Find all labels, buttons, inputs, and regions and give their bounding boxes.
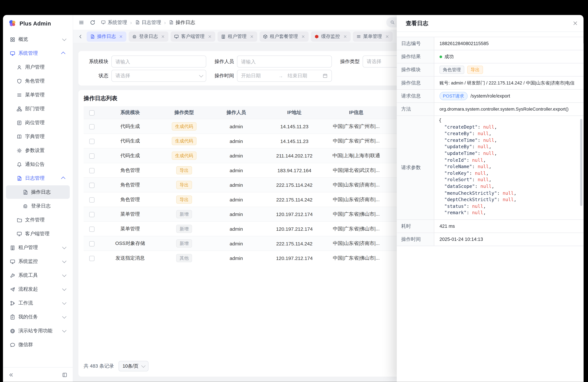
- sidebar-item-demo-features[interactable]: 演示站专用功能: [6, 324, 70, 338]
- sidebar-item-file-management[interactable]: 文件管理: [6, 213, 70, 227]
- field-params: 请求参数 { "createDept": null, "createBy": n…: [397, 116, 583, 220]
- close-icon[interactable]: [343, 34, 347, 38]
- row-checkbox[interactable]: [89, 124, 94, 129]
- select-all-checkbox[interactable]: [89, 110, 94, 115]
- cell-ip: 120.197.212.174: [264, 251, 324, 265]
- operation-type-badge: 导出: [176, 195, 192, 204]
- operator-input[interactable]: [237, 56, 332, 67]
- sidebar-item-param-settings[interactable]: 参数设置: [6, 144, 70, 157]
- sidebar-item-system-tools[interactable]: 系统工具: [6, 269, 70, 282]
- close-icon[interactable]: [301, 34, 305, 38]
- sidebar-item-label: 系统监控: [18, 258, 59, 265]
- row-checkbox[interactable]: [89, 168, 94, 173]
- sidebar-item-client-management[interactable]: 客户端管理: [6, 227, 70, 240]
- breadcrumb-item[interactable]: 日志管理: [135, 19, 161, 26]
- page-size-select[interactable]: 10条/页: [118, 361, 149, 371]
- cell-ip: 183.94.172.164: [264, 163, 324, 178]
- date-range-picker[interactable]: 开始日期 → 结束日期: [237, 70, 332, 82]
- sidebar-item-user-management[interactable]: 用户管理: [6, 61, 70, 74]
- chat-icon: [10, 342, 15, 347]
- sidebar-item-menu-management[interactable]: 菜单管理: [6, 88, 70, 102]
- filter-time: 操作时间 开始日期 → 结束日期: [214, 70, 332, 82]
- close-icon[interactable]: [250, 34, 254, 38]
- field-module: 操作模块 角色管理 导出: [397, 64, 583, 76]
- sidebar-item-notice[interactable]: 通知公告: [6, 157, 70, 171]
- row-checkbox[interactable]: [89, 183, 94, 188]
- sidebar-item-overview[interactable]: 概览: [6, 33, 70, 46]
- breadcrumb-item[interactable]: 系统管理: [101, 19, 127, 26]
- checkbox-cell: [84, 148, 100, 163]
- close-icon[interactable]: [161, 34, 165, 38]
- sidebar-item-my-tasks[interactable]: 我的任务: [6, 310, 70, 324]
- operation-type-badge: 导出: [176, 166, 192, 174]
- operation-type-badge: 生成代码: [172, 152, 197, 160]
- breadcrumb-item[interactable]: 操作日志: [169, 19, 195, 26]
- field-label: 操作时间: [397, 233, 434, 246]
- breadcrumb-separator: ›: [130, 19, 132, 25]
- tab-cache-monitor[interactable]: 缓存监控: [311, 31, 350, 42]
- tab-login-log[interactable]: 登录日志: [128, 31, 168, 42]
- row-checkbox[interactable]: [89, 153, 94, 159]
- tab-tenant-package[interactable]: 租户套餐管理: [259, 31, 309, 42]
- tabs-list: 操作日志 登录日志 客户端管理 租户管理 租户套餐管理 缓存监控: [86, 31, 392, 42]
- cell-ip-info: 中国|广东省|佛山市|...: [324, 251, 388, 265]
- sidebar-item-workflow[interactable]: 工作流: [6, 297, 70, 310]
- branch-icon: [10, 300, 15, 306]
- close-icon[interactable]: [385, 34, 389, 38]
- tab-label: 操作日志: [97, 33, 116, 40]
- tab-operation-log[interactable]: 操作日志: [86, 31, 126, 42]
- column-header[interactable]: IP信息: [324, 106, 388, 119]
- json-line: "menuCheckStrictly": null,: [439, 190, 579, 196]
- status-select[interactable]: 请选择: [111, 70, 206, 82]
- module-input[interactable]: [111, 56, 206, 67]
- sidebar-item-label: 微信群: [18, 341, 67, 348]
- checkbox-cell: [84, 207, 100, 222]
- row-checkbox[interactable]: [89, 241, 94, 246]
- tab-tenant-management[interactable]: 租户管理: [217, 31, 257, 42]
- row-checkbox[interactable]: [89, 226, 94, 232]
- sidebar: Plus Admin 概览 系统管理 用户管理 角色管理 菜单管理: [3, 15, 73, 382]
- cell-operator: admin: [208, 148, 264, 163]
- row-checkbox[interactable]: [89, 139, 94, 144]
- sidebar-item-wechat-group[interactable]: 微信群: [6, 338, 70, 352]
- column-header[interactable]: IP地址: [264, 106, 324, 119]
- sidebar-item-system-monitor[interactable]: 系统监控: [6, 255, 70, 268]
- sidebar-item-role-management[interactable]: 角色管理: [6, 74, 70, 88]
- cell-ip: 222.175.114.242: [264, 178, 324, 192]
- row-checkbox[interactable]: [89, 212, 94, 217]
- tab-menu-management[interactable]: 菜单管理: [353, 31, 392, 42]
- close-icon[interactable]: [208, 34, 212, 38]
- cell-module: 角色管理: [100, 178, 160, 192]
- refresh-icon[interactable]: [90, 19, 96, 25]
- sidebar-item-label: 客户端管理: [25, 230, 67, 237]
- column-header[interactable]: 系统模块: [100, 106, 160, 119]
- sidebar-item-operation-log[interactable]: 操作日志: [6, 185, 70, 199]
- collapse-sidebar-icon[interactable]: [8, 372, 14, 377]
- tabs-scroll-left-button[interactable]: [76, 32, 84, 41]
- screen: Plus Admin 概览 系统管理 用户管理 角色管理 菜单管理: [0, 0, 588, 382]
- pin-sidebar-icon[interactable]: [62, 372, 67, 377]
- operation-type-badge: 新增: [176, 239, 192, 248]
- column-header[interactable]: 操作类型: [160, 106, 208, 119]
- sidebar-item-log-management[interactable]: 日志管理: [6, 171, 70, 185]
- clipboard-icon: [10, 314, 15, 320]
- column-header[interactable]: 操作人员: [208, 106, 264, 119]
- json-line: "remark": null,: [439, 210, 579, 216]
- sidebar-item-tenant-management[interactable]: 租户管理: [6, 241, 70, 255]
- start-date-placeholder: 开始日期: [241, 72, 274, 79]
- sidebar-item-system-management[interactable]: 系统管理: [6, 46, 70, 60]
- scrollbar-thumb[interactable]: [580, 119, 583, 206]
- row-checkbox[interactable]: [89, 256, 94, 261]
- sidebar-item-post-management[interactable]: 岗位管理: [6, 116, 70, 129]
- close-icon[interactable]: [119, 34, 123, 38]
- sidebar-item-process-start[interactable]: 流程发起: [6, 282, 70, 296]
- sidebar-item-login-log[interactable]: 登录日志: [6, 199, 70, 213]
- sidebar-item-dept-management[interactable]: 部门管理: [6, 102, 70, 116]
- tab-client-management[interactable]: 客户端管理: [171, 31, 215, 42]
- close-icon[interactable]: [572, 20, 578, 26]
- cell-type: 新增: [160, 236, 208, 251]
- row-checkbox[interactable]: [89, 197, 94, 202]
- menu-toggle-icon[interactable]: [78, 19, 84, 25]
- logo-icon: [8, 19, 17, 27]
- sidebar-item-dict-management[interactable]: 字典管理: [6, 130, 70, 143]
